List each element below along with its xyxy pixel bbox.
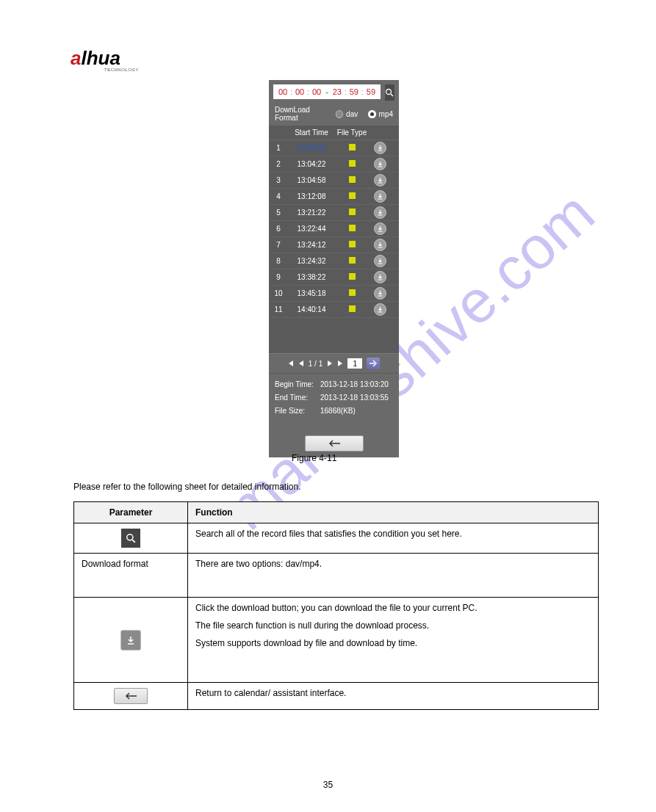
row-index: 5 (269, 209, 288, 217)
table-row[interactable]: 213:04:22 (269, 156, 399, 173)
row-index: 3 (269, 176, 288, 184)
search-icon (126, 533, 136, 543)
row-index: 11 (269, 305, 288, 313)
download-button[interactable] (374, 158, 386, 170)
file-meta: Begin Time:2013-12-18 13:03:20 End Time:… (269, 374, 399, 422)
table-row[interactable]: 713:24:12 (269, 237, 399, 253)
download-icon (377, 161, 383, 167)
format-mp4-label: mp4 (379, 110, 393, 118)
pagination: 1 / 1 1 (269, 353, 399, 374)
arrow-left-icon (328, 440, 340, 447)
table-row[interactable]: 913:38:22 (269, 269, 399, 286)
download-icon (377, 242, 383, 248)
page-last-icon[interactable] (337, 360, 343, 366)
end-time-value: 2013-12-18 13:03:55 (320, 391, 389, 405)
download-button[interactable] (374, 239, 386, 251)
radio-mp4[interactable] (368, 110, 376, 118)
page-prev-icon[interactable] (298, 360, 304, 366)
parameter-function-table: Parameter Function Search all of the rec… (73, 501, 599, 710)
row-index: 7 (269, 241, 288, 249)
table-row[interactable]: 113:03:20 (269, 140, 399, 156)
row2-desc: There are two options: dav/mp4. (188, 554, 599, 598)
time-range-input[interactable]: 00 : 00 : 00 - 23 : 59 : 59 (273, 84, 381, 99)
download-icon-cell (120, 630, 141, 650)
row-start-time: 13:04:58 (288, 176, 335, 184)
download-icon (377, 193, 383, 200)
row-index: 4 (269, 192, 288, 200)
svg-point-0 (386, 90, 392, 95)
row3-desc: Click the download button; you can downl… (188, 598, 599, 683)
page-input[interactable]: 1 (347, 358, 362, 369)
to-hour: 23 (331, 87, 344, 96)
row-start-time: 13:24:32 (288, 257, 335, 265)
page-first-icon[interactable] (288, 360, 294, 366)
row2-param: Download format (74, 554, 188, 598)
row4-desc: Return to calendar/ assistant interface. (188, 683, 599, 710)
page-next-icon[interactable] (327, 360, 333, 366)
download-button[interactable] (374, 303, 386, 316)
download-icon (377, 306, 383, 313)
from-hour: 00 (276, 87, 289, 96)
row-start-time: 14:40:14 (288, 305, 335, 313)
download-icon (377, 274, 383, 280)
download-icon (377, 225, 383, 232)
download-button[interactable] (374, 255, 386, 267)
file-type-marker (349, 176, 356, 183)
to-min: 59 (347, 87, 361, 96)
arrow-left-icon (125, 692, 137, 700)
file-type-marker (349, 225, 356, 231)
radio-dav[interactable] (336, 110, 344, 118)
download-icon (377, 177, 383, 184)
logo-part1: a (71, 47, 81, 69)
download-button[interactable] (374, 142, 386, 154)
playback-panel: 00 : 00 : 00 - 23 : 59 : 59 DownLoad For… (269, 80, 399, 457)
file-type-marker (349, 305, 356, 312)
search-icon (385, 88, 394, 97)
back-icon-cell (114, 688, 148, 704)
svg-line-3 (132, 540, 135, 543)
page-number: 35 (0, 780, 656, 790)
to-sec: 59 (364, 87, 378, 96)
table-row[interactable]: 413:12:08 (269, 189, 399, 205)
download-button[interactable] (374, 174, 386, 186)
brand-logo: alhua (71, 47, 120, 70)
download-icon (126, 635, 136, 645)
from-min: 00 (293, 87, 306, 96)
row-start-time: 13:38:22 (288, 273, 335, 281)
file-size-label: File Size: (275, 405, 320, 418)
svg-point-2 (127, 534, 133, 540)
logo-part2: lhua (81, 47, 120, 69)
search-button[interactable] (385, 84, 394, 101)
file-type-marker (349, 289, 356, 296)
download-icon (377, 145, 383, 151)
row-start-time: 13:21:22 (288, 209, 335, 217)
file-type-marker (349, 273, 356, 280)
row-start-time: 13:45:18 (288, 289, 335, 297)
download-button[interactable] (374, 206, 386, 219)
search-icon-cell (121, 529, 140, 548)
header-file-type: File Type (335, 128, 369, 137)
table-row[interactable]: 1013:45:18 (269, 286, 399, 302)
download-button[interactable] (374, 190, 386, 203)
table-row[interactable]: 613:22:44 (269, 221, 399, 237)
page-go-button[interactable] (367, 358, 380, 369)
table-row[interactable]: 513:21:22 (269, 205, 399, 221)
back-button[interactable] (305, 435, 364, 452)
download-format-row: DownLoad Format dav mp4 (269, 104, 399, 126)
download-format-label: DownLoad Format (275, 106, 333, 122)
download-button[interactable] (374, 271, 386, 283)
file-size-value: 16868(KB) (320, 405, 356, 418)
brand-sublabel: TECHNOLOGY (104, 68, 139, 72)
table-row[interactable]: 813:24:32 (269, 253, 399, 269)
from-sec: 00 (310, 87, 323, 96)
download-button[interactable] (374, 222, 386, 235)
row-index: 6 (269, 225, 288, 233)
row1-desc: Search all of the record files that sati… (188, 523, 599, 554)
end-time-label: End Time: (275, 391, 320, 405)
arrow-right-icon (370, 360, 377, 367)
row-start-time: 13:12:08 (288, 192, 335, 200)
format-dav-label: dav (346, 110, 358, 118)
table-row[interactable]: 1114:40:14 (269, 302, 399, 318)
table-row[interactable]: 313:04:58 (269, 173, 399, 189)
download-button[interactable] (374, 287, 386, 300)
